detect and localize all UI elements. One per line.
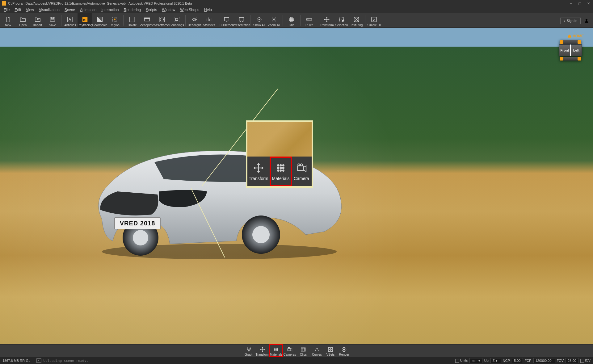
svg-rect-17 (225, 18, 229, 21)
menu-edit[interactable]: Edit (12, 7, 23, 13)
curves-icon (314, 347, 320, 352)
toolbar-selection[interactable]: Selection (334, 13, 349, 27)
menu-scripts[interactable]: Scripts (143, 7, 160, 13)
home-button[interactable]: HOME (557, 34, 584, 38)
vsets-icon (327, 347, 334, 352)
toolbar-label: Headlight (188, 23, 201, 27)
viewcube-front[interactable]: Front (559, 44, 571, 56)
toolbar-open[interactable]: Open (15, 13, 30, 27)
callout-camera[interactable]: Camera (292, 157, 311, 186)
toolbar-label: Ruler (305, 23, 313, 27)
viewcube-widget[interactable]: HOME Front Left (557, 34, 584, 61)
toolbar-region[interactable]: Region (107, 13, 122, 27)
grid-icon (288, 16, 295, 23)
toolbar-separator (61, 15, 61, 26)
bounds-icon (173, 16, 180, 23)
svg-rect-11 (145, 18, 150, 19)
callout-materials[interactable]: Materials (270, 157, 292, 186)
toolbar-label: Sceneplates (138, 23, 155, 27)
toolbar-downscale[interactable]: Downscale (92, 13, 107, 27)
menu-scene[interactable]: Scene (62, 7, 78, 13)
menu-animation[interactable]: Animation (78, 7, 99, 13)
toolbar-wireframe[interactable]: Wireframe (154, 13, 169, 27)
menu-visualization[interactable]: Visualization (36, 7, 62, 13)
callout-transform[interactable]: Transform (247, 157, 270, 186)
toolbar-antialias[interactable]: Antialias (63, 13, 78, 27)
toolbar-import[interactable]: Import (30, 13, 45, 27)
zoom-callout: TransformMaterialsCamera (246, 120, 313, 188)
close-button[interactable]: ✕ (586, 1, 591, 6)
toolbar-zoom-to[interactable]: Zoom To (267, 13, 281, 27)
viewport[interactable]: VRED 2018 TransformMaterialsCamera HOME … (0, 28, 593, 344)
toolbar-presentation[interactable]: Presentation (234, 13, 249, 27)
camera-icon (295, 162, 308, 174)
svg-point-52 (277, 349, 278, 350)
svg-point-34 (282, 164, 284, 166)
signin-area: ▸Sign In (557, 13, 592, 28)
maximize-button[interactable]: ▢ (577, 1, 582, 6)
icv-label: ICV (585, 358, 591, 362)
toolbar-boundings[interactable]: Boundings (169, 13, 184, 27)
user-icon[interactable] (584, 18, 589, 23)
quickbar-clips[interactable]: Clips (296, 345, 310, 357)
quickbar-curves[interactable]: Curves (310, 345, 324, 357)
quickbar-label: Cameras (284, 353, 296, 356)
svg-point-13 (160, 18, 164, 21)
toolbar-new[interactable]: New (1, 13, 15, 27)
menu-file[interactable]: File (1, 7, 12, 13)
svg-point-49 (277, 348, 278, 349)
toolbar-raytracing[interactable]: RTRaytracing (78, 13, 92, 27)
fov-field[interactable]: 28.00 (566, 358, 578, 363)
quickbar-transform[interactable]: Transform (256, 345, 269, 357)
menu-window[interactable]: Window (160, 7, 178, 13)
quickbar-graph[interactable]: Graph (242, 345, 256, 357)
minimize-button[interactable]: ─ (568, 1, 574, 6)
fcp-field[interactable]: 120000.00 (533, 358, 555, 363)
quickbar-cameras[interactable]: Cameras (283, 345, 296, 357)
icv-checkbox[interactable] (580, 359, 584, 363)
menu-interaction[interactable]: Interaction (99, 7, 121, 13)
toolbar-statistics[interactable]: Statistics (202, 13, 217, 27)
toolbar-texturing[interactable]: Texturing (349, 13, 364, 27)
toolbar-transform[interactable]: Transform (319, 13, 334, 27)
quickbar-label: Render (339, 353, 349, 356)
terminal-icon[interactable]: >_ (36, 358, 41, 363)
svg-point-43 (301, 164, 303, 166)
signin-button[interactable]: ▸Sign In (560, 18, 581, 24)
fov-label: FOV (557, 359, 564, 362)
svg-text:UI: UI (373, 19, 375, 21)
svg-rect-2 (51, 20, 54, 22)
units-field[interactable]: mm ▾ (469, 358, 482, 363)
toolbar-ruler[interactable]: Ruler (302, 13, 317, 27)
quickbar-materials[interactable]: Materials (269, 345, 283, 357)
light-icon (191, 16, 198, 23)
menu-view[interactable]: View (23, 7, 36, 13)
ncp-field[interactable]: 5.00 (512, 358, 523, 363)
toolbar-grid[interactable]: Grid (284, 13, 299, 27)
svg-rect-60 (328, 347, 330, 349)
toolbar-separator (185, 15, 186, 26)
up-field[interactable]: Z ▾ (490, 358, 501, 363)
toolbar-headlight[interactable]: Headlight (187, 13, 202, 27)
quickbar-vsets[interactable]: VSets (324, 345, 337, 357)
quickbar-render[interactable]: Render (337, 345, 351, 357)
units-checkbox[interactable] (455, 359, 459, 363)
toolbar-simple-ui[interactable]: UISimple UI (367, 13, 381, 27)
ruler-icon (306, 16, 313, 23)
toolbar-show-all[interactable]: Show All (252, 13, 267, 27)
svg-point-16 (193, 18, 195, 20)
viewcube[interactable]: Front Left (557, 40, 584, 61)
viewcube-left[interactable]: Left (571, 44, 582, 56)
toolbar-fullscreen[interactable]: Fullscreen (219, 13, 234, 27)
menu-help[interactable]: Help (202, 7, 214, 13)
svg-rect-8 (114, 19, 116, 20)
toolbar-save[interactable]: Save (45, 13, 60, 27)
toolbar-sceneplates[interactable]: Sceneplates (140, 13, 154, 27)
menu-rendering[interactable]: Rendering (121, 7, 143, 13)
svg-point-31 (252, 226, 270, 243)
toolbar-isolate[interactable]: Isolate (125, 13, 140, 27)
region-icon (111, 16, 118, 23)
menu-web-shops[interactable]: Web Shops (178, 7, 202, 13)
toolbar-label: Show All (253, 23, 265, 27)
toolbar-label: Simple UI (367, 23, 381, 27)
